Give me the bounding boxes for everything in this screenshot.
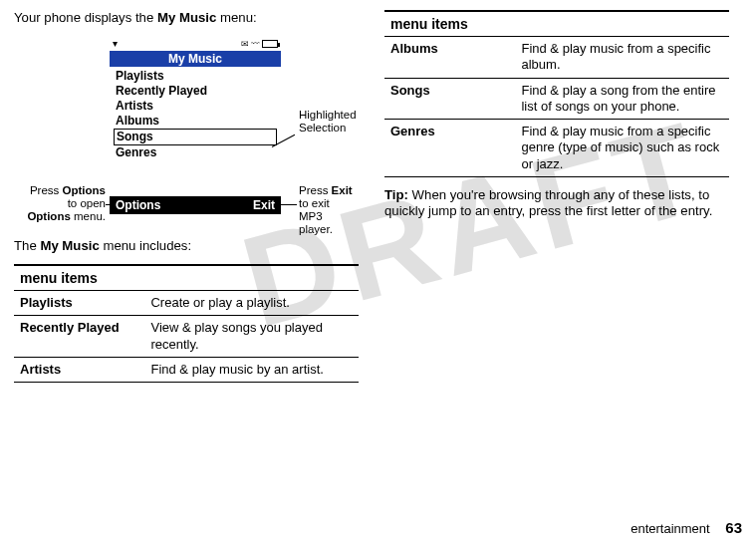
inc-pre: The bbox=[14, 238, 40, 253]
tip-text: When you're browsing through any of thes… bbox=[384, 187, 712, 219]
softkey-exit[interactable]: Exit bbox=[253, 198, 275, 212]
menu-item[interactable]: Recently Played bbox=[114, 84, 277, 99]
left-column: Your phone displays the My Music menu: ▾… bbox=[14, 10, 359, 383]
menu-item[interactable]: Genres bbox=[114, 145, 277, 160]
phone-title: My Music bbox=[110, 51, 281, 67]
callout-line bbox=[281, 204, 297, 205]
phone-illustration: ▾ ✉ 〰 My Music Playlists Recently Played… bbox=[14, 37, 359, 220]
table-row: GenresFind & play music from a specific … bbox=[384, 120, 729, 177]
inc-bold: My Music bbox=[40, 238, 99, 253]
callout-options: Press Optionsto openOptions menu. bbox=[14, 184, 106, 224]
callout-highlighted: HighlightedSelection bbox=[299, 109, 357, 135]
intro-post: menu: bbox=[216, 10, 256, 25]
menu-table-right: menu items AlbumsFind & play music from … bbox=[384, 10, 729, 177]
callout-exit: Press Exitto exitMP3 player. bbox=[299, 184, 359, 237]
menu-item[interactable]: Playlists bbox=[114, 69, 277, 84]
battery-icon bbox=[262, 40, 278, 48]
msg-icon: ✉ bbox=[241, 39, 249, 49]
footer-page: 63 bbox=[725, 519, 742, 536]
signal-icon: ▾ bbox=[113, 38, 118, 49]
footer-section: entertainment bbox=[630, 521, 710, 536]
tip-paragraph: Tip: When you're browsing through any of… bbox=[384, 187, 729, 220]
right-column: menu items AlbumsFind & play music from … bbox=[384, 10, 729, 383]
menu-item[interactable]: Artists bbox=[114, 99, 277, 114]
softkey-options[interactable]: Options bbox=[116, 198, 160, 212]
page-footer: entertainment 63 bbox=[630, 519, 742, 536]
vibe-icon: 〰 bbox=[251, 39, 260, 49]
intro-bold: My Music bbox=[157, 10, 216, 25]
intro-pre: Your phone displays the bbox=[14, 10, 157, 25]
phone-menu-list: Playlists Recently Played Artists Albums… bbox=[110, 67, 281, 196]
callout-line bbox=[106, 204, 116, 205]
intro-text: Your phone displays the My Music menu: bbox=[14, 10, 359, 27]
phone-screen: ▾ ✉ 〰 My Music Playlists Recently Played… bbox=[110, 37, 281, 214]
table-row: ArtistsFind & play music by an artist. bbox=[14, 357, 359, 382]
menu-item[interactable]: Albums bbox=[114, 114, 277, 129]
tip-label: Tip: bbox=[384, 187, 408, 202]
table-row: Recently PlayedView & play songs you pla… bbox=[14, 316, 359, 358]
table-header: menu items bbox=[384, 11, 729, 37]
status-bar: ▾ ✉ 〰 bbox=[110, 37, 281, 51]
menu-item-selected[interactable]: Songs bbox=[114, 129, 277, 145]
inc-post: menu includes: bbox=[100, 238, 191, 253]
table-row: AlbumsFind & play music from a specific … bbox=[384, 37, 729, 79]
table-row: SongsFind & play a song from the entire … bbox=[384, 78, 729, 120]
softkey-bar: Options Exit bbox=[110, 196, 281, 214]
table-header: menu items bbox=[14, 265, 359, 291]
includes-text: The My Music menu includes: bbox=[14, 238, 359, 255]
table-row: PlaylistsCreate or play a playlist. bbox=[14, 291, 359, 316]
menu-table-left: menu items PlaylistsCreate or play a pla… bbox=[14, 264, 359, 383]
